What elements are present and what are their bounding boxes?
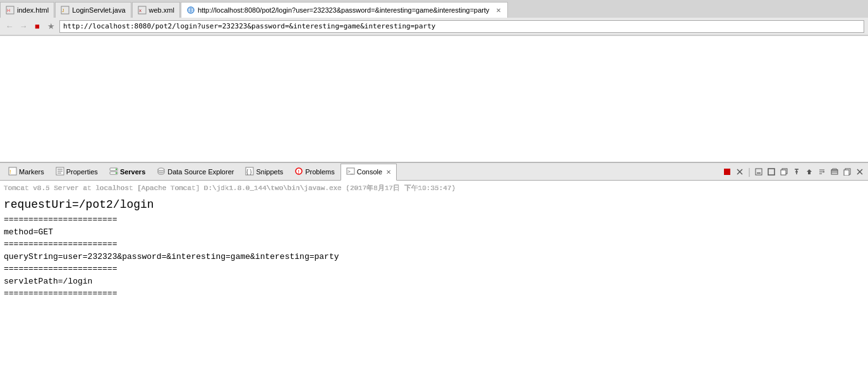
svg-rect-29 (756, 169, 762, 175)
svg-text:>_: >_ (347, 169, 354, 174)
panel-tab-properties-label: Properties (66, 168, 98, 176)
pin-icon[interactable] (791, 166, 802, 177)
tab-browser-active[interactable]: http://localhost:8080/pot2/login?user=23… (181, 2, 508, 18)
console-line-7: ======================= (4, 287, 864, 300)
datasource-icon (157, 167, 166, 177)
file-xml-icon: X (138, 6, 147, 15)
tab-bar: H index.html J LoginServlet.java X web.x… (0, 0, 868, 18)
svg-rect-45 (844, 170, 849, 176)
panel-tab-datasource[interactable]: Data Source Explorer (151, 163, 239, 180)
panel-tab-bar: ! Markers Properties Servers Data Source… (0, 163, 868, 181)
console-status-wrapper: Tomcat v8.5 Server at localhost [Apache … (4, 183, 864, 194)
back-button[interactable]: ← (4, 21, 15, 32)
panel-tab-servers[interactable]: Servers (104, 163, 151, 180)
properties-icon (56, 167, 64, 177)
panel-tab-console-label: Console (357, 168, 382, 176)
tab-webxml[interactable]: X web.xml (132, 2, 180, 18)
eclipse-panel: ! Markers Properties Servers Data Source… (0, 162, 868, 372)
address-bar: ← → ■ ★ (0, 18, 868, 35)
problems-icon: ! (294, 167, 303, 177)
svg-point-19 (158, 168, 164, 171)
console-status-line: Tomcat v8.5 Server at localhost [Apache … (4, 183, 864, 194)
forward-button[interactable]: → (18, 21, 29, 32)
svg-rect-33 (781, 170, 786, 175)
console-content: Tomcat v8.5 Server at localhost [Apache … (0, 181, 868, 372)
panel-tab-snippets[interactable]: { } Snippets (239, 163, 289, 180)
close-x-icon[interactable] (734, 166, 745, 177)
tab-index-label: index.html (17, 6, 49, 14)
wordwrap-icon[interactable] (816, 166, 828, 177)
svg-rect-40 (831, 170, 838, 174)
tab-browser-label: http://localhost:8080/pot2/login?user=23… (198, 6, 490, 14)
clear-icon[interactable] (829, 166, 840, 177)
svg-point-17 (116, 169, 117, 170)
svg-text:!: ! (298, 169, 300, 175)
svg-rect-31 (768, 169, 775, 175)
panel-tab-problems-label: Problems (305, 168, 334, 176)
svg-marker-43 (831, 169, 838, 170)
browser-chrome: H index.html J LoginServlet.java X web.x… (0, 0, 868, 36)
svg-rect-26 (724, 169, 730, 175)
restore-icon[interactable] (778, 166, 790, 177)
panel-tab-markers[interactable]: ! Markers (3, 163, 50, 180)
panel-tab-console[interactable]: >_ Console ✕ (341, 164, 397, 181)
copy-icon[interactable] (841, 166, 853, 177)
svg-text:H: H (7, 8, 10, 13)
svg-text:!: ! (9, 169, 11, 175)
tab-loginservlet-java[interactable]: J LoginServlet.java (55, 2, 131, 18)
panel-tab-snippets-label: Snippets (256, 168, 283, 176)
url-input[interactable] (59, 20, 864, 33)
console-line-2: method=GET (4, 226, 864, 239)
browser-globe-icon (186, 6, 195, 15)
scrolllock-icon[interactable] (804, 166, 815, 177)
tab-browser-close[interactable]: ✕ (495, 7, 502, 14)
stop-button[interactable]: ■ (32, 21, 43, 32)
tab-webxml-label: web.xml (149, 6, 174, 14)
console-line-5: ======================= (4, 263, 864, 275)
console-icon: >_ (346, 167, 355, 177)
markers-icon: ! (8, 167, 17, 177)
svg-text:{ }: { } (246, 169, 252, 175)
console-line-3: ======================= (4, 238, 864, 251)
console-line-6: servletPath=/login (4, 275, 864, 288)
servers-icon (109, 167, 118, 177)
console-line-1: ======================= (4, 213, 864, 226)
svg-text:X: X (139, 9, 142, 13)
panel-tab-datasource-label: Data Source Explorer (167, 168, 234, 176)
console-line-0: requestUri=/pot2/login (4, 196, 864, 213)
tab-loginservlet-label: LoginServlet.java (72, 6, 125, 14)
tab-index-html[interactable]: H index.html (0, 2, 54, 18)
snippets-icon: { } (245, 167, 254, 177)
toolbar-separator: | (748, 167, 750, 177)
panel-tab-problems[interactable]: ! Problems (289, 163, 340, 180)
panel-tab-servers-label: Servers (120, 168, 145, 176)
close-panel-icon[interactable] (854, 166, 865, 177)
svg-point-18 (116, 172, 117, 174)
console-close-icon[interactable]: ✕ (386, 169, 391, 176)
panel-toolbar-right: | (721, 166, 865, 177)
bookmark-button[interactable]: ★ (45, 21, 57, 32)
svg-text:J: J (62, 8, 64, 13)
minimize-icon[interactable] (753, 166, 764, 177)
browser-content-area (0, 36, 868, 162)
console-line-4: queryString=user=232323&password=&intere… (4, 251, 864, 263)
file-java-icon: J (61, 6, 69, 15)
maximize-icon[interactable] (766, 166, 777, 177)
panel-tab-markers-label: Markers (19, 168, 44, 176)
panel-tab-properties[interactable]: Properties (50, 163, 104, 180)
stop-red-icon[interactable] (721, 166, 733, 177)
file-html-icon: H (6, 6, 15, 15)
